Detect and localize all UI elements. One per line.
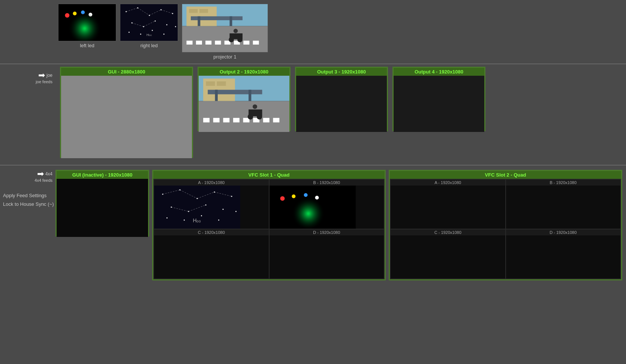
vfc-slot2-cell-a[interactable]: A - 1920x1080 (391, 180, 505, 229)
vfc-slot1-cell-c[interactable]: C - 1920x1080 (154, 229, 269, 279)
vfc-slot1-cell-d[interactable]: D - 1920x1080 (270, 229, 384, 279)
output3-title: Output 3 - 1920x1080 (296, 68, 387, 76)
output4-title: Output 4 - 1920x1080 (394, 68, 484, 76)
gui-inactive-panel[interactable]: GUI (inactive) - 1920x1080 (55, 170, 149, 237)
joe-row: ➡ joe joe feeds GUI - 2880x1800 Output 2… (0, 64, 626, 161)
vfc-slot2-cell-c-label: C - 1920x1080 (391, 229, 505, 235)
joe-feeds-label: joe feeds (36, 79, 52, 84)
fourbyfour-label: 4x4 (45, 171, 52, 177)
vfc-slot1[interactable]: VFC Slot 1 - Quad A - 1920x1080 B - 1920… (152, 170, 386, 280)
vfc-slot2-cell-c-content (391, 235, 505, 279)
vfc-slot2-cell-d-content (506, 235, 621, 279)
sidebar-labels: Apply Feed Settings Lock to House Sync (… (0, 191, 60, 208)
gui-panel[interactable]: GUI - 2880x1800 (60, 67, 193, 158)
vfc-slot1-bottom-row: C - 1920x1080 D - 1920x1080 (153, 229, 385, 279)
vfc-slot2[interactable]: VFC Slot 2 - Quad A - 1920x1080 B - 1920… (389, 170, 622, 280)
vfc1b-canvas (270, 186, 356, 229)
vfc-slot1-cell-b-content (270, 186, 384, 229)
output2-title: Output 2 - 1920x1080 (199, 68, 289, 76)
gui-panel-content (61, 76, 192, 158)
vfc-slot2-cell-b[interactable]: B - 1920x1080 (506, 180, 621, 229)
vfc-slot1-cell-b[interactable]: B - 1920x1080 (270, 180, 384, 229)
fourbyfour-arrow-icon: ➡ (37, 170, 44, 178)
projector1-thumb[interactable] (182, 4, 268, 52)
projector-canvas (182, 4, 268, 52)
output2-canvas (199, 76, 289, 132)
preview-item-projector1: projector 1 (182, 4, 268, 60)
output3-content (296, 76, 387, 132)
vfc-slot1-cell-d-content (270, 235, 384, 279)
output4-content (394, 76, 484, 132)
vfc1a-canvas (154, 186, 240, 229)
apply-feed-settings-label[interactable]: Apply Feed Settings (0, 191, 60, 200)
vfc-slot2-bottom-row: C - 1920x1080 D - 1920x1080 (390, 229, 621, 279)
preview-item-left-led: left led (58, 4, 116, 48)
output4-panel[interactable]: Output 4 - 1920x1080 (392, 67, 485, 131)
vfc-slot1-cell-d-label: D - 1920x1080 (270, 229, 384, 235)
vfc-slot1-cell-c-content (154, 235, 269, 279)
vfc-slot2-cell-d-label: D - 1920x1080 (506, 229, 621, 235)
vfc-slot2-cell-b-label: B - 1920x1080 (506, 180, 621, 186)
preview-item-right-led: right led (120, 4, 178, 48)
left-led-thumb[interactable] (58, 4, 116, 41)
output2-panel[interactable]: Output 2 - 1920x1080 (198, 67, 291, 131)
projector1-label: projector 1 (213, 54, 236, 60)
gui-inactive-title: GUI (inactive) - 1920x1080 (57, 171, 148, 179)
joe-arrow-label: ➡ joe joe feeds (4, 67, 52, 84)
vfc-slot1-cell-b-label: B - 1920x1080 (270, 180, 384, 186)
joe-label: joe (46, 73, 52, 78)
left-led-canvas (58, 4, 116, 41)
right-led-canvas (120, 4, 178, 41)
vfc-slot1-cell-a-content (154, 186, 269, 229)
vfc-slot2-cell-c[interactable]: C - 1920x1080 (391, 229, 505, 279)
joe-arrow-icon: ➡ (38, 71, 45, 79)
gui-panel-title: GUI - 2880x1800 (61, 68, 192, 76)
vfc-slot1-title: VFC Slot 1 - Quad (153, 171, 385, 179)
lock-house-sync-label[interactable]: Lock to House Sync (~) (0, 200, 60, 208)
left-led-label: left led (80, 43, 94, 48)
fourbyfour-feeds-label: 4x4 feeds (34, 178, 52, 183)
mid-divider (0, 165, 626, 165)
vfc-slot2-cell-a-label: A - 1920x1080 (391, 180, 505, 186)
top-preview-row: left led right led projector 1 (58, 4, 268, 60)
output2-content (199, 76, 289, 132)
vfc-slot2-title: VFC Slot 2 - Quad (390, 171, 621, 179)
vfc-slot2-cell-a-content (391, 186, 505, 229)
vfc-slot1-top-row: A - 1920x1080 B - 1920x1080 (153, 179, 385, 229)
vfc-slot1-cell-c-label: C - 1920x1080 (154, 229, 269, 235)
fourbyfour-row: ➡ 4x4 4x4 feeds GUI (inactive) - 1920x10… (0, 167, 626, 283)
gui-inactive-content (57, 179, 148, 237)
right-led-thumb[interactable] (120, 4, 178, 41)
vfc-slot2-cell-d[interactable]: D - 1920x1080 (506, 229, 621, 279)
output3-panel[interactable]: Output 3 - 1920x1080 (295, 67, 388, 131)
vfc-slot2-cell-b-content (506, 186, 621, 229)
vfc-slot2-top-row: A - 1920x1080 B - 1920x1080 (390, 179, 621, 229)
vfc-slot1-cell-a-label: A - 1920x1080 (154, 180, 269, 186)
right-led-label: right led (140, 43, 157, 48)
fourbyfour-arrow-label: ➡ 4x4 4x4 feeds (4, 170, 52, 183)
vfc-slot1-cell-a[interactable]: A - 1920x1080 (154, 180, 269, 229)
